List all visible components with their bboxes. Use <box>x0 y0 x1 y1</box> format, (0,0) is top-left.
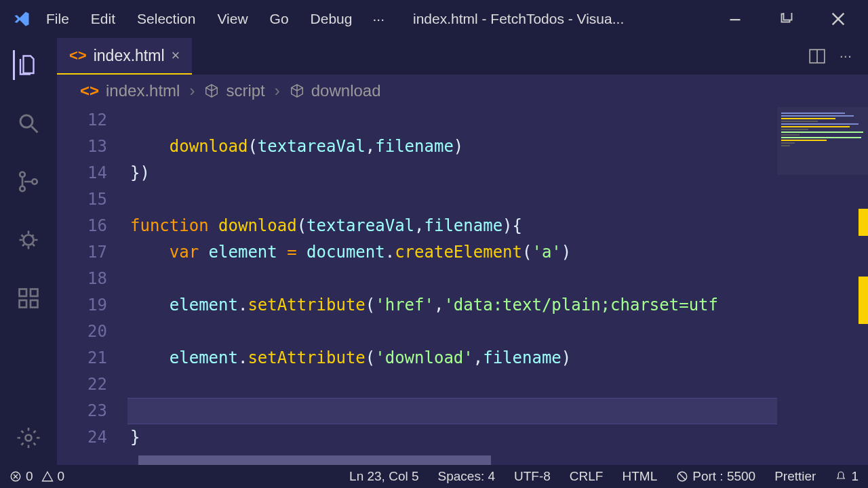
svg-rect-10 <box>31 300 38 308</box>
explorer-icon[interactable] <box>13 50 43 80</box>
menu-debug[interactable]: Debug <box>300 5 363 33</box>
activity-bar <box>0 38 57 465</box>
status-cursor-position[interactable]: Ln 23, Col 5 <box>349 469 418 484</box>
menu-selection[interactable]: Selection <box>126 5 206 33</box>
svg-point-5 <box>20 186 25 192</box>
svg-point-3 <box>20 115 33 127</box>
svg-point-6 <box>32 179 37 184</box>
split-editor-icon[interactable] <box>808 47 826 65</box>
tab-close-icon[interactable]: × <box>172 47 180 64</box>
maximize-button[interactable] <box>773 12 800 26</box>
cube-icon <box>290 83 304 98</box>
svg-rect-11 <box>31 289 38 297</box>
vscode-logo-icon <box>8 9 35 28</box>
status-bar: 0 0 Ln 23, Col 5 Spaces: 4 UTF-8 CRLF HT… <box>0 465 868 488</box>
source-control-icon[interactable] <box>14 167 43 197</box>
menu-go[interactable]: Go <box>259 5 300 33</box>
code-content[interactable]: download(textareaVal,filename)}) functio… <box>127 107 868 465</box>
status-live-server-port[interactable]: Port : 5500 <box>676 469 755 484</box>
breadcrumbs[interactable]: <> index.html › script › download <box>57 75 868 107</box>
minimize-button[interactable] <box>722 12 749 26</box>
breadcrumb-download[interactable]: download <box>311 81 381 100</box>
horizontal-scrollbar[interactable] <box>138 455 491 465</box>
status-problems[interactable]: 0 0 <box>9 469 64 484</box>
status-language[interactable]: HTML <box>622 469 657 484</box>
svg-rect-2 <box>784 13 792 20</box>
window-controls <box>722 12 860 26</box>
menu-file[interactable]: File <box>35 5 80 33</box>
editor-tabs: <> index.html × ··· <box>57 38 868 75</box>
svg-rect-8 <box>20 289 27 297</box>
html-file-icon: <> <box>69 47 87 64</box>
menu-edit[interactable]: Edit <box>80 5 126 33</box>
titlebar: File Edit Selection View Go Debug ··· in… <box>0 0 868 38</box>
svg-rect-0 <box>730 19 741 20</box>
svg-point-12 <box>26 435 32 441</box>
settings-gear-icon[interactable] <box>14 423 43 453</box>
html-file-icon: <> <box>80 81 99 100</box>
status-indentation[interactable]: Spaces: 4 <box>438 469 496 484</box>
breadcrumb-script[interactable]: script <box>226 81 264 100</box>
tab-filename: index.html <box>94 47 165 65</box>
status-notifications[interactable]: 1 <box>835 469 859 484</box>
code-editor[interactable]: 12131415161718192021222324 download(text… <box>57 107 868 465</box>
svg-point-4 <box>20 172 25 178</box>
menu-view[interactable]: View <box>206 5 258 33</box>
svg-rect-9 <box>20 300 27 308</box>
tab-index-html[interactable]: <> index.html × <box>57 38 192 75</box>
search-icon[interactable] <box>14 108 43 138</box>
cube-icon <box>204 83 219 98</box>
chevron-right-icon: › <box>275 81 280 100</box>
chevron-right-icon: › <box>189 81 195 100</box>
breadcrumb-file[interactable]: index.html <box>106 81 180 100</box>
status-encoding[interactable]: UTF-8 <box>514 469 551 484</box>
more-actions-icon[interactable]: ··· <box>840 47 852 65</box>
editor-region: <> index.html × ··· <> index.html › <box>57 38 868 465</box>
line-number-gutter: 12131415161718192021222324 <box>57 107 127 465</box>
close-button[interactable] <box>825 12 852 26</box>
window-title: index.html - FetchTodos - Visua... <box>394 11 722 27</box>
menu-bar: File Edit Selection View Go Debug ··· <box>35 5 394 33</box>
extensions-icon[interactable] <box>14 283 43 313</box>
status-eol[interactable]: CRLF <box>570 469 604 484</box>
menu-overflow[interactable]: ··· <box>363 5 394 33</box>
debug-icon[interactable] <box>14 225 43 255</box>
status-formatter[interactable]: Prettier <box>774 469 816 484</box>
minimap[interactable] <box>777 107 868 465</box>
